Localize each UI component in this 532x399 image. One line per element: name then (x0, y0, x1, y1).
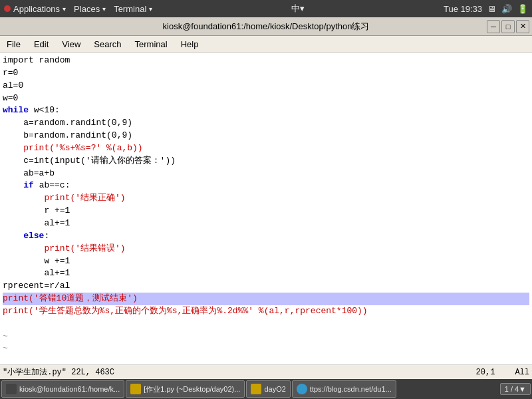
close-button[interactable]: ✕ (516, 20, 529, 33)
code-area[interactable]: import random r=0 al=0 w=0 while w<10: a… (0, 53, 532, 379)
monitor-icon: 🖥 (487, 4, 496, 14)
terminal-arrow: ▾ (149, 5, 152, 13)
code-line-12: print('结果正确') (3, 192, 529, 205)
taskbar-item-browser-label: ttps://blog.csdn.net/du1... (310, 385, 392, 393)
code-line-7: b=random.randint(0,9) (3, 130, 529, 142)
menu-search[interactable]: Search (87, 36, 128, 53)
apps-arrow: ▾ (63, 5, 66, 13)
menu-edit[interactable]: Edit (27, 36, 55, 53)
terminal-window: kiosk@foundation61:/home/kiosk/Desktop/p… (0, 17, 532, 379)
menu-help[interactable]: Help (174, 36, 205, 53)
taskbar-item-editor1-label: [作业1.py (~Desktop/day02)... (144, 384, 240, 394)
code-line-3: al=0 (3, 80, 529, 92)
menu-terminal[interactable]: Terminal (128, 36, 174, 53)
window-title: kiosk@foundation61:/home/kiosk/Desktop/p… (163, 21, 370, 33)
code-line-20: print('答错10道题，测试结束') (3, 293, 529, 305)
code-line-11: if ab==c: (3, 180, 529, 192)
status-file-info: "小学生加法.py" 22L, 463C (3, 366, 476, 378)
title-bar: kiosk@foundation61:/home/kiosk/Desktop/p… (0, 17, 532, 36)
battery-icon: 🔋 (517, 4, 528, 14)
taskbar: kiosk@foundation61:/home/k... [作业1.py (~… (0, 379, 532, 399)
code-line-17: w +=1 (3, 255, 529, 268)
applications-menu[interactable]: Applications (13, 4, 60, 14)
status-all: All (515, 368, 529, 377)
sys-bar-right: Tue 19:33 🖥 🔊 🔋 (444, 4, 528, 14)
input-method: 中▾ (291, 3, 305, 15)
volume-icon: 🔊 (501, 4, 512, 14)
places-arrow: ▾ (102, 5, 106, 13)
code-line-2: r=0 (3, 67, 529, 80)
code-line-5: while w<10: (3, 104, 529, 117)
taskbar-item-day02-label: dayO2 (264, 385, 285, 393)
code-line-14: al+=1 (3, 217, 529, 230)
clock: Tue 19:33 (444, 4, 482, 14)
code-line-6: a=random.randint(0,9) (3, 117, 529, 130)
code-line-16: print('结果错误') (3, 243, 529, 255)
menu-file[interactable]: File (0, 36, 27, 53)
code-tilde-1: ~ (3, 331, 529, 343)
code-line-13: r +=1 (3, 205, 529, 217)
terminal-app-menu[interactable]: Terminal (114, 4, 146, 14)
status-position: 20,1 (476, 368, 495, 377)
code-line-1: import random (3, 55, 529, 67)
terminal-icon (6, 384, 17, 394)
status-right: 20,1 All (476, 368, 529, 377)
code-line-21: print('学生答题总数为%s,正确的个数为%s,正确率为%.2d%%' %(… (3, 305, 529, 318)
code-line-18: al+=1 (3, 267, 529, 280)
menu-view[interactable]: View (55, 36, 87, 53)
code-line-22 (3, 318, 529, 331)
code-line-4: w=0 (3, 92, 529, 105)
code-line-10: ab=a+b (3, 168, 529, 180)
places-menu[interactable]: Places (74, 4, 100, 14)
status-bar: "小学生加法.py" 22L, 463C 20,1 All (0, 364, 532, 379)
minimize-button[interactable]: ─ (487, 20, 500, 33)
page-indicator[interactable]: 1 / 4▼ (500, 383, 531, 395)
code-content: import random r=0 al=0 w=0 while w<10: a… (0, 53, 532, 364)
title-bar-buttons: ─ □ ✕ (487, 20, 529, 33)
code-line-15: else: (3, 230, 529, 243)
taskbar-item-editor1[interactable]: [作业1.py (~Desktop/day02)... (126, 380, 245, 398)
code-line-9: c=int(input('请输入你的答案：')) (3, 155, 529, 168)
taskbar-item-day02[interactable]: dayO2 (246, 380, 290, 398)
editor1-icon (130, 384, 141, 394)
menu-bar: File Edit View Search Terminal Help (0, 36, 532, 53)
code-line-8: print('%s+%s=?' %(a,b)) (3, 142, 529, 155)
taskbar-item-terminal[interactable]: kiosk@foundation61:/home/k... (1, 380, 124, 398)
red-dot (4, 4, 11, 14)
sys-bar-center: 中▾ (156, 3, 440, 15)
browser-icon (297, 384, 307, 394)
taskbar-item-terminal-label: kiosk@foundation61:/home/k... (19, 385, 120, 393)
code-line-19: rprecent=r/al (3, 280, 529, 293)
day02-icon (251, 384, 261, 394)
sys-bar-left: Applications ▾ Places ▾ Terminal ▾ (4, 4, 152, 14)
taskbar-item-browser[interactable]: ttps://blog.csdn.net/du1... (292, 380, 396, 398)
taskbar-right: 1 / 4▼ (500, 383, 531, 395)
code-tilde-2: ~ (3, 342, 529, 355)
system-bar: Applications ▾ Places ▾ Terminal ▾ 中▾ Tu… (0, 0, 532, 17)
maximize-button[interactable]: □ (501, 20, 515, 33)
